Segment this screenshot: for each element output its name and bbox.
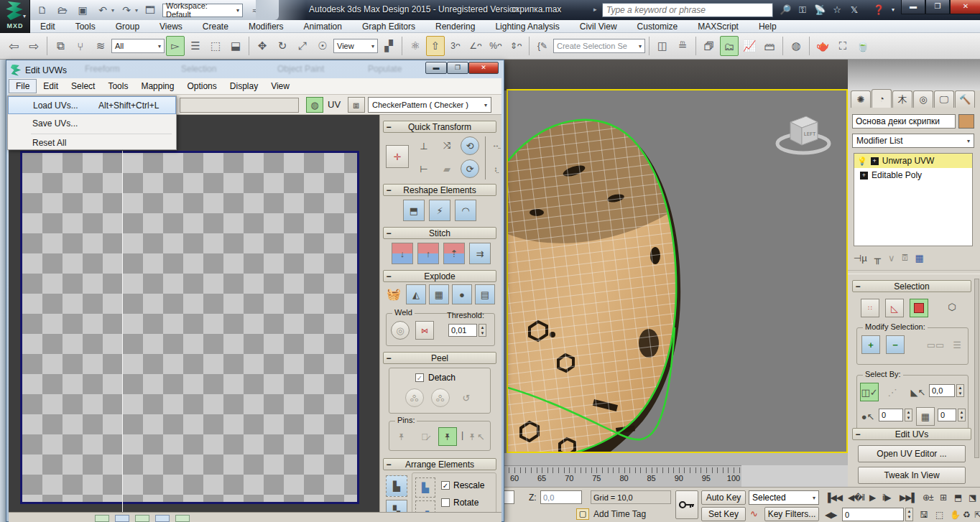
flatten-by-group-icon[interactable]: 🧺 [384,284,403,303]
unpin-tool-icon[interactable]: 🖈̷ [415,427,434,446]
menu-edit[interactable]: Edit [30,22,65,32]
dialog-menu-view[interactable]: View [264,80,296,93]
rollout-reshape-elements[interactable]: −Reshape Elements [383,184,496,196]
help-icon[interactable]: ❓ [871,3,887,17]
pan-hand-icon[interactable]: ✋ [950,510,960,520]
target-weld-icon[interactable]: ◎ [391,321,410,340]
dialog-menu-edit[interactable]: Edit [37,80,65,93]
help-search-field[interactable] [602,3,773,17]
rectangular-selection-region-icon[interactable]: ⬚ [206,36,225,56]
menu-customize[interactable]: Customize [627,22,688,32]
configure-modifier-sets-icon[interactable]: ▦ [915,253,923,264]
previous-frame-button[interactable]: ◀�il [848,493,864,503]
bottom-toolbar-fragment[interactable] [135,515,149,522]
move-selected-icon[interactable]: ✛ [386,145,409,168]
named-selection-sets-dropdown[interactable]: Create Selection Se▾ [553,39,645,53]
next-frame-button[interactable]: il▶ [882,493,891,503]
open-file-icon[interactable]: 🗁 [55,3,70,17]
flatten-by-smoothing-icon[interactable]: ● [452,284,472,304]
select-by-edge-icon[interactable]: ⋰ [883,383,902,401]
mirror-icon[interactable]: ◫ [653,36,672,56]
go-to-start-button[interactable]: ▐◀◀ [825,493,842,503]
tab-motion[interactable]: ◎ [913,90,933,108]
select-by-name-icon[interactable]: ☰ [186,36,205,56]
search-icon[interactable]: 🔎 [777,3,793,17]
edit-named-selection-sets-icon[interactable]: {✎ [533,36,552,56]
dialog-close-button[interactable]: ✕ [468,62,499,74]
select-polygon-icon[interactable] [910,299,928,317]
schematic-view-icon[interactable]: 🗃 [760,36,779,56]
default-in-out-tangent-icon[interactable]: ∿ [750,508,758,519]
selection-filter-dropdown[interactable]: All▾ [111,39,165,53]
unpin-selected-icon[interactable]: 🖈↖ [467,427,486,446]
tab-display[interactable]: 🖵 [934,90,954,108]
rollout-edit-uvs[interactable]: −Edit UVs [852,428,971,440]
dialog-menu-options[interactable]: Options [180,80,223,93]
planar-angle-spinner[interactable]: ▲▼ [956,384,964,397]
workspace-dropdown[interactable]: Workspace: Default ▾ [162,4,243,17]
detach-checkbox[interactable]: ✓ [415,373,424,382]
pin-tool-icon[interactable]: 🖈 [392,427,411,446]
bind-to-spacewarp-icon[interactable]: ≋ [91,36,110,56]
align-icon[interactable]: ≞ [673,36,692,56]
zoom-extents-all-icon[interactable]: ⬒ [954,493,961,503]
project-folder-icon[interactable]: 🗔 [142,3,158,17]
stitch-to-source-icon[interactable]: ⇡ [443,243,465,264]
modifier-list-dropdown[interactable]: Modifier List ▾ [852,134,974,148]
menu-create[interactable]: Create [193,22,239,32]
rollout-peel[interactable]: −Peel [383,352,496,364]
search-input[interactable] [606,5,769,15]
tab-create[interactable]: ✺ [851,90,871,108]
pin-stack-icon[interactable]: ⊣µ [854,253,867,264]
zoom-extents-selected-icon[interactable]: ⬔ [969,493,976,503]
spinner-snap-icon[interactable]: ⇕ᴖ [507,36,525,56]
window-crossing-icon[interactable]: ⬓ [226,36,245,56]
ignore-backfacing-icon[interactable]: ◫✓ [860,383,879,401]
search-expander-icon[interactable]: ▸ [593,6,597,13]
smoothing-group-field[interactable]: 0 [879,409,903,421]
selection-set-dropdown[interactable]: Selected▾ [749,490,819,505]
relax-until-flat-icon[interactable]: ◠ [455,200,476,221]
dialog-restore-button[interactable]: ❐ [447,62,468,74]
help-caret-icon[interactable]: ▾ [885,3,901,17]
restore-button[interactable]: ❐ [925,0,950,14]
expand-icon[interactable]: + [871,157,879,165]
redo-caret[interactable]: ▾ [135,7,138,14]
menu-lighting-analysis[interactable]: Lighting Analysis [485,22,569,32]
select-element-icon[interactable]: ⬡ [943,297,961,316]
edge-ring-icon[interactable]: ▭▭ [926,335,945,354]
menu-civil-view[interactable]: Civil View [570,22,627,32]
signin-key-icon[interactable]: ⚿ [795,3,810,17]
smoothing-group-spinner[interactable]: ▲▼ [905,409,912,421]
menu-group[interactable]: Group [106,22,149,32]
rescale-checkbox[interactable]: ✓ [441,481,450,490]
threshold-spinner[interactable]: ▲▼ [479,324,486,337]
new-scene-icon[interactable]: 🗋 [34,3,50,17]
visibility-bulb-icon[interactable]: 💡 [857,157,867,166]
toggle-layer-explorer-icon[interactable]: 🗂 [720,36,739,56]
snaps-toggle-3d-icon[interactable]: 3ᴖ [446,36,465,56]
exchange-icon[interactable]: 𝕏 [846,3,862,17]
toggle-scene-explorer-icon[interactable]: 🗇 [700,36,718,56]
planar-angle-icon[interactable]: ◣↖ [909,383,928,401]
set-key-button[interactable]: Set Key [701,507,746,521]
tab-modify[interactable]: ◔ [872,89,892,108]
key-filters-button[interactable]: Key Filters... [764,507,819,521]
menu-maxscript[interactable]: MAXScript [688,22,749,32]
tab-utilities[interactable]: 🔨 [955,90,975,108]
communication-center-icon[interactable]: 📡 [812,3,828,17]
space-vertical-icon[interactable]: ↕̤ [486,159,505,178]
maximize-viewport-icon[interactable]: ⇱ [974,510,980,520]
menu-animation[interactable]: Animation [294,22,352,32]
rollout-quick-transform[interactable]: −Quick Transform [383,121,496,133]
rollout-stitch[interactable]: −Stitch [383,227,496,239]
bottom-toolbar-fragment[interactable] [175,515,190,522]
reference-coordinate-dropdown[interactable]: View▾ [333,39,378,53]
menu-tools[interactable]: Tools [65,22,106,32]
relax-tool-icon[interactable]: ⬒ [403,200,425,221]
tab-hierarchy[interactable]: ⽊ [892,90,912,108]
dialog-menu-select[interactable]: Select [65,80,101,93]
viewcube[interactable]: LEFT [773,106,833,158]
select-and-rotate-icon[interactable]: ↻ [273,36,292,56]
undo-icon[interactable]: ↶ [95,3,111,17]
